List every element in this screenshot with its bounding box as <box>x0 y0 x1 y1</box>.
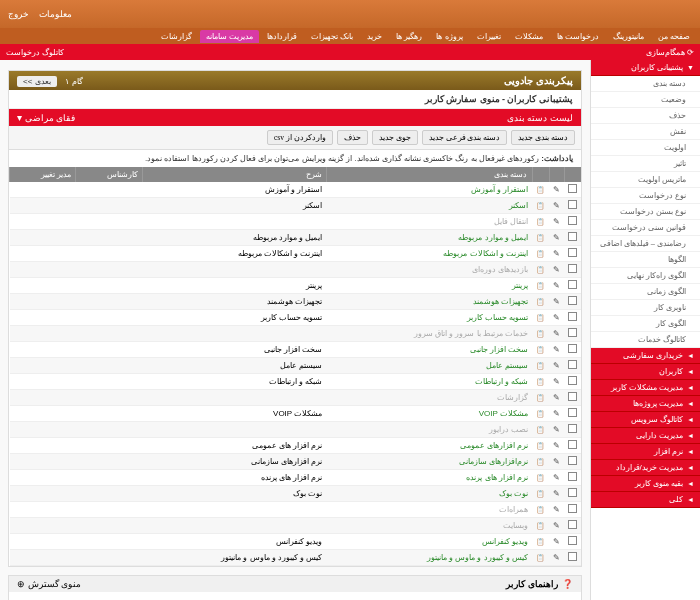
row-name[interactable]: کیس و کیبورد و ماوس و مانیتور <box>326 550 532 566</box>
row-edit[interactable] <box>549 390 564 406</box>
sidebar-section[interactable]: ◄کاربران <box>591 364 700 380</box>
row-copy[interactable] <box>532 470 549 486</box>
row-checkbox[interactable] <box>564 374 581 390</box>
row-name[interactable]: نرم افزار های پرنده <box>326 470 532 486</box>
help-header[interactable]: ❓راهنمای کاربر منوی گسترش ⊕ <box>9 576 581 592</box>
row-checkbox[interactable] <box>564 438 581 454</box>
row-copy[interactable] <box>532 374 549 390</box>
row-copy[interactable] <box>532 294 549 310</box>
row-copy[interactable] <box>532 406 549 422</box>
row-checkbox[interactable] <box>564 246 581 262</box>
row-name[interactable]: گزارشات <box>326 390 532 406</box>
sidebar-section[interactable]: ◄مدیریت پروژه‌ها <box>591 396 700 412</box>
row-copy[interactable] <box>532 422 549 438</box>
row-edit[interactable] <box>549 534 564 550</box>
row-checkbox[interactable] <box>564 502 581 518</box>
row-checkbox[interactable] <box>564 262 581 278</box>
catalog-link[interactable]: کاتلوگ درخواست <box>6 48 64 57</box>
row-name[interactable]: ویدیو کنفرانس <box>326 534 532 550</box>
row-name[interactable]: تجهیزات هوشمند <box>326 294 532 310</box>
sidebar-section[interactable]: ◄کاتالوگ سرویس <box>591 412 700 428</box>
sidebar-item[interactable]: الگوی راه‌کار نهایی <box>591 268 700 284</box>
toolbar-button[interactable]: واردکردن از csv <box>267 130 333 145</box>
row-copy[interactable] <box>532 278 549 294</box>
row-copy[interactable] <box>532 518 549 534</box>
row-name[interactable]: تسویه حساب کاربر <box>326 310 532 326</box>
topbar-link-info[interactable]: معلومات <box>39 9 72 19</box>
row-edit[interactable] <box>549 262 564 278</box>
row-name[interactable]: پرینتر <box>326 278 532 294</box>
sidebar-item[interactable]: الگوی زمانی <box>591 284 700 300</box>
row-name[interactable]: وبسایت <box>326 518 532 534</box>
row-name[interactable]: شبکه و ارتباطات <box>326 374 532 390</box>
sidebar-item[interactable]: وضعیت <box>591 92 700 108</box>
row-checkbox[interactable] <box>564 534 581 550</box>
row-copy[interactable] <box>532 486 549 502</box>
row-name[interactable]: اینترنت و اشکالات مربوطه <box>326 246 532 262</box>
row-edit[interactable] <box>549 198 564 214</box>
row-name[interactable]: نرم افزارهای عمومی <box>326 438 532 454</box>
row-name[interactable]: استقرار و آموزش <box>326 182 532 198</box>
row-copy[interactable] <box>532 246 549 262</box>
nav-tab[interactable]: پروژه ها <box>430 30 468 43</box>
row-copy[interactable] <box>532 438 549 454</box>
sidebar-item[interactable]: قوانین سنی درخواست <box>591 220 700 236</box>
sidebar-section[interactable]: ◄نرم افزار <box>591 444 700 460</box>
sidebar-section[interactable]: ◄بقیه منوی کاربر <box>591 476 700 492</box>
nav-tab[interactable]: درخواست ها <box>551 30 605 43</box>
row-edit[interactable] <box>549 518 564 534</box>
sidebar-item[interactable]: تاثیر <box>591 156 700 172</box>
row-edit[interactable] <box>549 342 564 358</box>
nav-tab[interactable]: تغییرات <box>471 30 507 43</box>
row-edit[interactable] <box>549 422 564 438</box>
nav-tab[interactable]: گزارشات <box>155 30 198 43</box>
row-copy[interactable] <box>532 230 549 246</box>
row-edit[interactable] <box>549 406 564 422</box>
row-copy[interactable] <box>532 502 549 518</box>
row-copy[interactable] <box>532 310 549 326</box>
nav-tab[interactable]: رهگیر ها <box>390 30 428 43</box>
row-edit[interactable] <box>549 358 564 374</box>
row-edit[interactable] <box>549 310 564 326</box>
sidebar-section[interactable]: ▼پشتیبانی کاربران <box>591 60 700 76</box>
row-checkbox[interactable] <box>564 406 581 422</box>
row-copy[interactable] <box>532 182 549 198</box>
row-copy[interactable] <box>532 326 549 342</box>
row-checkbox[interactable] <box>564 390 581 406</box>
sidebar-item[interactable]: الگوها <box>591 252 700 268</box>
nav-tab[interactable]: قراردادها <box>261 30 303 43</box>
help-collapse[interactable]: منوی گسترش ⊕ <box>17 579 81 589</box>
sidebar-item[interactable]: رضامندی – فیلدهای اضافی <box>591 236 700 252</box>
row-edit[interactable] <box>549 214 564 230</box>
sidebar-item[interactable]: ماتریس اولویت <box>591 172 700 188</box>
row-edit[interactable] <box>549 486 564 502</box>
row-name[interactable]: سیستم عامل <box>326 358 532 374</box>
row-copy[interactable] <box>532 534 549 550</box>
row-checkbox[interactable] <box>564 182 581 198</box>
toolbar-button[interactable]: دسته بندی جدید <box>511 130 575 145</box>
row-copy[interactable] <box>532 262 549 278</box>
row-name[interactable]: سخت افزار جانبی <box>326 342 532 358</box>
row-checkbox[interactable] <box>564 230 581 246</box>
row-edit[interactable] <box>549 230 564 246</box>
row-name[interactable]: نرم‌افزارهای سازمانی <box>326 454 532 470</box>
row-edit[interactable] <box>549 438 564 454</box>
nav-tab[interactable]: صفحه من <box>652 30 696 43</box>
row-edit[interactable] <box>549 246 564 262</box>
row-checkbox[interactable] <box>564 358 581 374</box>
row-edit[interactable] <box>549 470 564 486</box>
toolbar-button[interactable]: دسته بندی فرعی جدید <box>422 130 508 145</box>
row-name[interactable]: همراه‌ات <box>326 502 532 518</box>
row-checkbox[interactable] <box>564 342 581 358</box>
toolbar-button[interactable]: جوی جدید <box>372 130 418 145</box>
row-name[interactable]: انتقال فایل <box>326 214 532 230</box>
row-edit[interactable] <box>549 550 564 566</box>
row-edit[interactable] <box>549 502 564 518</box>
sidebar-item[interactable]: نوع بستن درخواست <box>591 204 700 220</box>
row-copy[interactable] <box>532 390 549 406</box>
row-copy[interactable] <box>532 358 549 374</box>
sidebar-item[interactable]: اولویت <box>591 140 700 156</box>
row-name[interactable]: بازدیدهای دوره‌ای <box>326 262 532 278</box>
row-checkbox[interactable] <box>564 326 581 342</box>
row-name[interactable]: مشکلات VOIP <box>326 406 532 422</box>
